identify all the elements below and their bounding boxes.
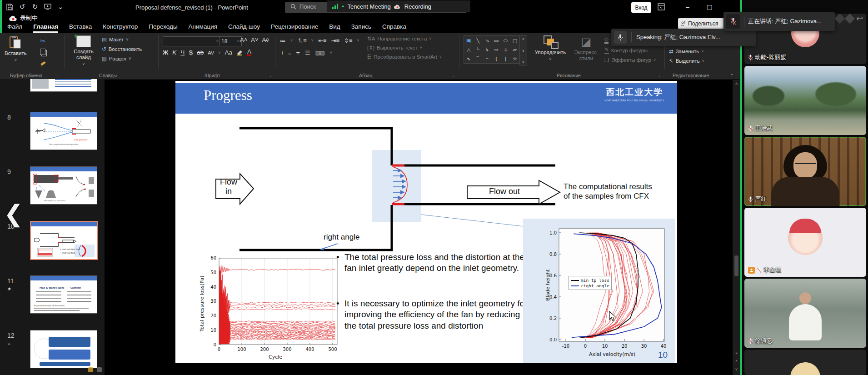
shapes-gallery[interactable]: ▣╲↘▭⬭▢△└↳⇨⇩▱∿⌒~{}☆ xyxy=(464,35,520,64)
reaction-icon[interactable] xyxy=(835,14,845,24)
shape-glyph[interactable]: △ xyxy=(467,47,470,52)
tab-home[interactable]: Главная xyxy=(29,22,63,33)
redo-icon[interactable]: ↻ xyxy=(29,2,41,12)
shrink-font-button[interactable]: A˅ xyxy=(251,36,258,43)
convert-smartart-button[interactable]: ⬱Преобразовать в SmartArt˅ xyxy=(367,54,442,60)
quick-styles-button[interactable]: ◪ Экспресс-стили xyxy=(572,35,601,61)
replace-button[interactable]: ⇄Заменить˅ xyxy=(669,48,704,55)
shape-glyph[interactable]: └ xyxy=(476,47,480,52)
scroll-down-icon[interactable]: ∨ xyxy=(522,49,525,53)
shape-glyph[interactable]: ╲ xyxy=(476,38,479,43)
tab-help[interactable]: Справка xyxy=(378,22,411,33)
shape-glyph[interactable]: ∿ xyxy=(467,56,471,61)
scroll-up-icon[interactable]: ∧ xyxy=(522,37,525,41)
italic-button[interactable]: K xyxy=(172,49,176,56)
paragraph-dialog-launcher[interactable]: ⌟ xyxy=(452,73,454,78)
shape-glyph[interactable]: ☆ xyxy=(513,56,517,61)
shape-glyph[interactable]: } xyxy=(505,56,507,61)
highlight-button[interactable] xyxy=(236,50,243,55)
align-center-button[interactable]: ≡ xyxy=(288,50,292,56)
clipboard-dialog-launcher[interactable]: ⌟ xyxy=(56,73,58,78)
shape-glyph[interactable]: ⇨ xyxy=(494,47,499,52)
slide-thumbnail-8[interactable]: inlet geometryThe computational configur… xyxy=(30,112,97,150)
arrange-button[interactable]: Упорядочить ˅ xyxy=(531,35,570,62)
strikethrough-button[interactable]: ab xyxy=(197,49,204,56)
drawing-dialog-launcher[interactable]: ⌟ xyxy=(658,73,660,78)
increase-indent-button[interactable]: ⇥≡ xyxy=(331,37,339,44)
new-slide-button[interactable]: + Создать слайд ˅ xyxy=(69,35,98,67)
start-slideshow-icon[interactable] xyxy=(42,2,54,12)
tab-view[interactable]: Вид xyxy=(324,22,344,33)
line-spacing-button[interactable]: ⇕≡ xyxy=(344,37,352,44)
collapse-ribbon-button[interactable]: ⌃ xyxy=(730,73,733,78)
tab-transitions[interactable]: Переходы xyxy=(144,22,182,33)
bold-button[interactable]: Ж xyxy=(163,49,168,56)
previous-slide-button[interactable]: ∧ xyxy=(733,359,740,363)
tencent-meeting-bar[interactable]: ● Tencent Meeting Recording xyxy=(327,0,470,12)
align-right-button[interactable]: ⫟ xyxy=(296,49,300,56)
reaction-icon[interactable] xyxy=(845,14,855,24)
shape-glyph[interactable]: ↳ xyxy=(485,47,489,52)
sign-in-button[interactable]: Вход xyxy=(631,2,651,13)
shape-glyph[interactable]: ▱ xyxy=(513,47,517,52)
align-text-button[interactable]: [⇕]Выровнять текст˅ xyxy=(367,45,442,51)
clear-formatting-button[interactable]: A̶◊ xyxy=(262,36,269,43)
copy-button[interactable] xyxy=(40,49,46,57)
font-name-combo[interactable]: ˅ xyxy=(163,36,221,46)
reply-arrow-icon[interactable]: ↩ xyxy=(856,15,863,23)
shape-effects-button[interactable]: ❑Эффекты фигур˅ xyxy=(604,57,656,63)
text-shadow-button[interactable]: S xyxy=(189,49,193,56)
tab-file[interactable]: Файл xyxy=(3,22,27,33)
format-painter-button[interactable] xyxy=(40,61,46,66)
reset-slide-button[interactable]: ↺Восстановить xyxy=(102,46,142,52)
cut-button[interactable]: ✂ xyxy=(40,37,46,45)
mic-muted-icon[interactable] xyxy=(726,14,740,29)
shape-glyph[interactable]: ▭ xyxy=(494,38,499,43)
shape-glyph[interactable]: ↘ xyxy=(485,38,489,43)
shape-glyph[interactable]: ⇩ xyxy=(504,47,508,52)
change-case-button[interactable]: Аа xyxy=(224,49,232,56)
participant-tile[interactable]: 李金垣 xyxy=(744,208,866,277)
select-button[interactable]: ↖Выделить˅ xyxy=(669,58,704,64)
slide-thumbnail-12[interactable] xyxy=(30,330,97,368)
tab-record[interactable]: Запись xyxy=(347,22,376,33)
shape-glyph[interactable]: ⌒ xyxy=(475,56,480,61)
share-button[interactable]: Поделиться xyxy=(678,18,727,29)
tab-review[interactable]: Рецензирование xyxy=(266,22,323,33)
shape-glyph[interactable]: ⬭ xyxy=(504,38,508,43)
paste-button[interactable]: Вставить ˅ xyxy=(5,35,27,63)
font-color-button[interactable]: А xyxy=(247,49,251,56)
slide-scrollbar[interactable]: ∧ ∨ ∧ ∨ xyxy=(733,80,740,375)
underline-button[interactable]: Ч xyxy=(180,49,185,56)
gallery-more-icon[interactable]: ∨ xyxy=(522,60,525,64)
text-direction-button[interactable]: ⇅AНаправление текста˅ xyxy=(367,35,442,42)
slide-thumbnail-7[interactable] xyxy=(30,79,97,92)
font-dialog-launcher[interactable]: ⌟ xyxy=(269,73,271,78)
minimize-button[interactable]: – xyxy=(681,3,694,10)
align-left-button[interactable]: ⫞ xyxy=(280,49,283,56)
participant-tile[interactable]: 王治武 xyxy=(744,66,866,135)
undo-icon[interactable]: ↺ xyxy=(16,2,28,12)
slide-canvas[interactable]: Progress 西北工业大学 NORTHWESTERN POLYTECHNIC… xyxy=(175,81,677,363)
shape-outline-button[interactable]: ✎Контур фигуры xyxy=(604,46,656,54)
participant-tile[interactable]: 徐镇忍 xyxy=(744,279,866,348)
columns-button[interactable]: ▤▤ xyxy=(315,50,325,56)
tab-slideshow[interactable]: Слайд-шоу xyxy=(224,22,264,33)
participant-tile[interactable] xyxy=(744,350,866,375)
grow-font-button[interactable]: A˄ xyxy=(240,36,247,43)
section-button[interactable]: ▥Раздел˅ xyxy=(102,55,142,62)
shape-glyph[interactable]: ▣ xyxy=(466,38,471,43)
scroll-up-arrow[interactable]: ∧ xyxy=(733,81,740,86)
bullets-button[interactable]: ≔ xyxy=(280,37,286,44)
font-size-combo[interactable]: 18˅ xyxy=(219,36,242,46)
maximize-button[interactable]: ▢ xyxy=(703,3,716,10)
shape-glyph[interactable]: ▢ xyxy=(513,38,517,43)
character-spacing-button[interactable]: AV xyxy=(208,50,214,55)
decrease-indent-button[interactable]: ⇤≡ xyxy=(318,37,326,44)
tab-insert[interactable]: Вставка xyxy=(65,22,96,33)
ribbon-display-options-icon[interactable] xyxy=(658,3,671,10)
slide-thumbnail-9[interactable]: The sketch of the mesh xyxy=(30,166,97,205)
shape-glyph[interactable]: ~ xyxy=(486,56,489,61)
scrollbar-thumb[interactable] xyxy=(734,255,738,276)
participant-tile-speaking[interactable]: 严红 xyxy=(744,137,866,206)
